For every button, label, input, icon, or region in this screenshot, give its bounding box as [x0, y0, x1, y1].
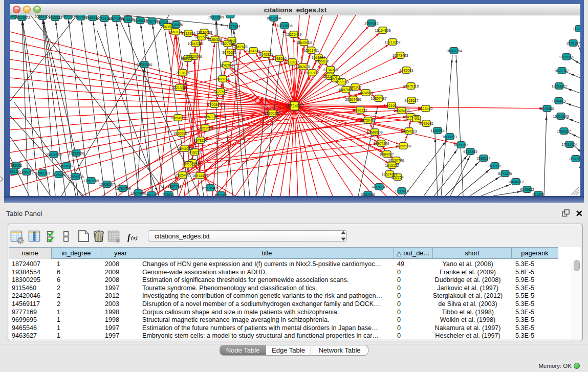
svg-text:1145194: 1145194	[52, 173, 66, 177]
svg-text:62160: 62160	[386, 104, 397, 107]
svg-text:1615132: 1615132	[385, 164, 399, 167]
svg-text:14136141: 14136141	[371, 185, 387, 189]
svg-text:10654112: 10654112	[508, 180, 524, 184]
svg-text:1588520: 1588520	[272, 57, 286, 60]
svg-text:10958107: 10958107	[99, 183, 115, 186]
svg-text:9660124: 9660124	[168, 30, 182, 34]
svg-text:18724007: 18724007	[285, 104, 304, 108]
svg-text:10688609: 10688609	[366, 130, 382, 134]
svg-text:10973493: 10973493	[392, 54, 408, 57]
svg-text:2935114: 2935114	[477, 157, 491, 160]
svg-text:3624554: 3624554	[359, 91, 373, 95]
svg-text:772641: 772641	[162, 193, 174, 196]
svg-text:9327503: 9327503	[194, 35, 208, 39]
svg-text:12093872: 12093872	[551, 84, 567, 88]
svg-text:7632621: 7632621	[488, 164, 502, 168]
svg-text:1362615: 1362615	[296, 65, 310, 69]
svg-text:1167533: 1167533	[569, 157, 580, 161]
svg-text:8186328: 8186328	[208, 38, 222, 41]
svg-text:10025433: 10025433	[394, 109, 409, 113]
svg-text:9699695: 9699695	[419, 122, 433, 125]
svg-text:6679197: 6679197	[454, 143, 468, 147]
svg-text:1244419: 1244419	[552, 99, 565, 103]
svg-text:8215955: 8215955	[540, 107, 554, 111]
svg-text:17016504: 17016504	[561, 143, 577, 146]
svg-text:14353594: 14353594	[197, 126, 213, 130]
svg-text:3675685: 3675685	[222, 51, 236, 54]
svg-text:955812: 955812	[317, 59, 329, 63]
svg-text:8912954: 8912954	[181, 32, 195, 35]
svg-text:10807487: 10807487	[371, 97, 386, 100]
svg-text:2087682: 2087682	[364, 21, 378, 25]
svg-text:16046786: 16046786	[177, 147, 192, 150]
svg-text:19756928: 19756928	[395, 144, 411, 148]
svg-text:7663822: 7663822	[161, 25, 175, 29]
svg-text:7986322: 7986322	[353, 108, 367, 112]
svg-text:9242845: 9242845	[220, 63, 233, 67]
svg-text:18300295: 18300295	[264, 112, 280, 115]
svg-text:8678352: 8678352	[193, 139, 207, 142]
svg-text:1156829: 1156829	[20, 170, 34, 174]
svg-text:16210643: 16210643	[553, 115, 569, 118]
svg-text:9329966: 9329966	[559, 55, 573, 59]
svg-text:9975887: 9975887	[59, 164, 73, 168]
svg-text:9245652: 9245652	[520, 188, 534, 191]
svg-text:8938923: 8938923	[443, 135, 456, 139]
svg-text:8322037: 8322037	[285, 60, 299, 64]
svg-text:12942737: 12942737	[34, 171, 50, 175]
svg-text:8471676: 8471676	[498, 172, 512, 176]
svg-text:11325419: 11325419	[286, 33, 302, 36]
svg-text:1277216: 1277216	[182, 163, 195, 167]
svg-text:12505135: 12505135	[68, 175, 83, 179]
svg-text:8427552: 8427552	[213, 90, 227, 94]
svg-text:17957255: 17957255	[83, 179, 99, 183]
svg-text:16961711: 16961711	[303, 49, 319, 52]
svg-text:7625402: 7625402	[176, 173, 189, 177]
svg-text:9084067: 9084067	[380, 152, 394, 156]
svg-text:989621: 989621	[182, 57, 193, 60]
svg-text:2867608: 2867608	[233, 45, 247, 49]
svg-text:20364436: 20364436	[345, 98, 361, 101]
svg-text:9857791: 9857791	[167, 185, 181, 188]
svg-text:12213382: 12213382	[171, 86, 187, 90]
svg-text:11923466: 11923466	[130, 191, 146, 195]
svg-text:15720407: 15720407	[360, 119, 376, 122]
svg-text:2718176: 2718176	[176, 71, 189, 75]
svg-text:9227342: 9227342	[555, 69, 569, 73]
svg-text:3362655: 3362655	[361, 193, 375, 196]
svg-text:16914479: 16914479	[192, 174, 208, 178]
svg-text:18640910: 18640910	[296, 41, 312, 45]
svg-text:19654925: 19654925	[170, 116, 186, 120]
svg-text:1575107: 1575107	[566, 41, 580, 45]
svg-text:(x): (x)	[131, 234, 138, 241]
svg-text:19654923: 19654923	[401, 129, 417, 133]
svg-text:7357224: 7357224	[226, 25, 240, 28]
svg-text:881205: 881205	[215, 193, 227, 196]
svg-text:252254: 252254	[391, 176, 403, 179]
svg-text:1733426: 1733426	[395, 189, 408, 193]
svg-text:13226058: 13226058	[196, 31, 212, 34]
svg-text:8454749: 8454749	[246, 49, 260, 53]
svg-text:9412345: 9412345	[463, 150, 477, 154]
svg-text:7485063: 7485063	[399, 69, 413, 72]
svg-text:12213967: 12213967	[384, 40, 400, 44]
svg-text:1112041: 1112041	[573, 27, 580, 31]
svg-text:8267130: 8267130	[204, 115, 217, 119]
svg-text:10120746: 10120746	[388, 159, 404, 162]
svg-text:16154808: 16154808	[375, 29, 390, 32]
svg-text:8813054: 8813054	[267, 16, 280, 20]
svg-text:2803144: 2803144	[215, 77, 229, 81]
svg-text:3498222: 3498222	[187, 150, 201, 154]
svg-text:16648784: 16648784	[446, 49, 462, 53]
svg-text:16033809: 16033809	[208, 15, 224, 19]
svg-text:9777169: 9777169	[335, 80, 349, 84]
svg-text:6734028: 6734028	[323, 68, 337, 72]
svg-text:9146821: 9146821	[259, 53, 273, 56]
svg-text:961202: 961202	[532, 193, 544, 196]
svg-text:14035572: 14035572	[14, 16, 30, 19]
svg-text:18807249: 18807249	[373, 142, 389, 145]
svg-text:19218506: 19218506	[276, 24, 292, 28]
svg-text:8990112: 8990112	[306, 71, 319, 75]
svg-text:9463627: 9463627	[404, 99, 418, 102]
svg-text:9115460: 9115460	[419, 107, 433, 111]
